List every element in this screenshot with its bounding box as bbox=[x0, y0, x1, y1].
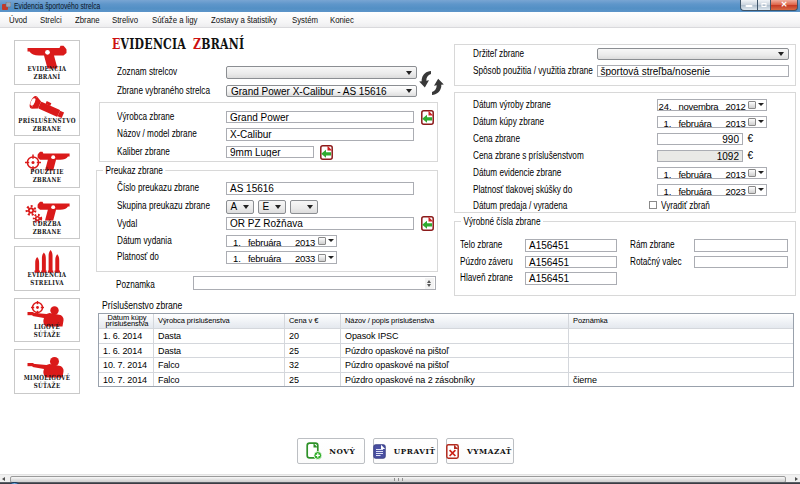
table-cell[interactable] bbox=[569, 328, 793, 342]
issuer-field[interactable]: OR PZ Rožňava bbox=[226, 217, 414, 230]
body-serial-field[interactable]: A156451 bbox=[525, 239, 617, 252]
titlebar: Evidencia športového strelca ✕ bbox=[0, 0, 800, 12]
chevron-down-icon bbox=[406, 89, 412, 93]
table-cell[interactable]: 32 bbox=[285, 357, 341, 371]
model-label: Názov / model zbrane bbox=[117, 128, 197, 140]
registered-date-picker[interactable]: 1.februára2013 bbox=[657, 167, 768, 180]
table-cell[interactable]: 1. 6. 2014 bbox=[99, 328, 154, 342]
table-cell[interactable]: Opasok IPSC bbox=[341, 328, 569, 342]
edit-document-icon bbox=[373, 444, 386, 459]
discard-checkbox[interactable] bbox=[649, 201, 657, 209]
sidebar-item-label: PRÍSLUŠENSTVOZBRANE bbox=[13, 117, 82, 133]
table-cell[interactable]: Púzdro opaskové na pištoľ bbox=[341, 357, 569, 371]
menu-sutaze-a-ligy[interactable]: Súťaže a ligy bbox=[152, 14, 197, 26]
menu-system[interactable]: Systém bbox=[292, 14, 318, 26]
bought-date-picker[interactable]: 1.februára2013 bbox=[657, 116, 768, 129]
issue-date-label: Dátum vydania bbox=[117, 235, 172, 247]
table-cell[interactable]: Falco bbox=[154, 372, 285, 386]
table-row[interactable]: 10. 7. 2014 Falco 32 Púzdro opaskové na … bbox=[99, 357, 793, 371]
frame-serial-field[interactable] bbox=[694, 239, 788, 252]
price-total-field: 1092 bbox=[657, 150, 744, 163]
column-header[interactable]: Cena v € bbox=[285, 314, 341, 328]
caliber-field[interactable]: 9mm Luger bbox=[226, 146, 314, 159]
table-cell[interactable] bbox=[569, 343, 793, 357]
license-group3-combobox[interactable] bbox=[290, 200, 318, 214]
menu-zbrane[interactable]: Zbrane bbox=[75, 14, 100, 26]
license-group1-combobox[interactable]: A bbox=[226, 200, 254, 214]
edit-button[interactable]: UPRAVIŤ bbox=[373, 438, 439, 464]
menu-uvod[interactable]: Úvod bbox=[9, 14, 27, 26]
table-cell[interactable]: čierne bbox=[569, 372, 793, 386]
weapon-combobox[interactable]: Grand Power X-Calibur - AS 15616 bbox=[226, 85, 417, 98]
sidebar-item-label: ÚDRŽBAZBRANE bbox=[13, 220, 82, 236]
close-button[interactable]: ✕ bbox=[771, 0, 798, 11]
sidebar-item-ligove-sutaze[interactable]: LIGOVÉSÚŤAŽE bbox=[14, 298, 80, 343]
restore-button[interactable] bbox=[757, 0, 771, 11]
made-date-picker[interactable]: 24.novembra2012 bbox=[657, 99, 768, 112]
table-cell[interactable]: 10. 7. 2014 bbox=[99, 357, 154, 371]
table-row[interactable]: 1. 6. 2014 Dasta 20 Opasok IPSC bbox=[99, 328, 793, 342]
sidebar-item-udrzba-zbrane[interactable]: ÚDRŽBAZBRANE bbox=[14, 195, 80, 240]
minimize-button[interactable] bbox=[740, 0, 757, 11]
license-number-field[interactable]: AS 15616 bbox=[226, 182, 414, 195]
price-field[interactable]: 990 bbox=[657, 133, 744, 146]
license-group2-combobox[interactable]: E bbox=[258, 200, 286, 214]
table-cell[interactable]: 20 bbox=[285, 328, 341, 342]
table-row[interactable]: 1. 6. 2014 Dasta 25 Púzdro opaskové na p… bbox=[99, 343, 793, 357]
table-cell[interactable]: Dasta bbox=[154, 328, 285, 342]
table-cell[interactable]: Púzdro opaskové na 2 zásobníky bbox=[341, 372, 569, 386]
issue-date-picker[interactable]: 1.februára2013 bbox=[226, 235, 337, 248]
table-cell[interactable]: Dasta bbox=[154, 343, 285, 357]
column-header[interactable]: Názov / popis príslušenstva bbox=[341, 314, 569, 328]
model-field[interactable]: X-Calibur bbox=[226, 128, 414, 141]
weapon-select-label: Zbrane vybraného strelca bbox=[117, 85, 210, 97]
sidebar-item-evidencia-streliva[interactable]: EVIDENCIASTRELIVA bbox=[14, 246, 80, 291]
lookup-icon[interactable] bbox=[421, 110, 434, 125]
refresh-icon[interactable] bbox=[419, 70, 444, 96]
note-field[interactable] bbox=[193, 276, 436, 290]
application-window: Evidencia športového strelca ✕ Úvod Stre… bbox=[0, 0, 800, 484]
column-header[interactable]: Dátum kúpy príslušenstva bbox=[99, 314, 154, 328]
lookup-icon[interactable] bbox=[421, 216, 434, 231]
sidebar-item-evidencia-zbrani[interactable]: EVIDENCIAZBRANÍ bbox=[14, 40, 80, 85]
table-cell[interactable]: Falco bbox=[154, 357, 285, 371]
table-row[interactable]: 10. 7. 2014 Falco 25 Púzdro opaskové na … bbox=[99, 372, 793, 386]
lookup-icon[interactable] bbox=[320, 145, 333, 160]
sidebar-item-pouzitie-zbrane[interactable]: POUŽITIEZBRANE bbox=[14, 143, 80, 188]
barrel-serial-field[interactable]: A156451 bbox=[525, 272, 617, 285]
table-cell[interactable]: 1. 6. 2014 bbox=[99, 343, 154, 357]
delete-document-icon bbox=[446, 444, 459, 459]
chevron-down-icon bbox=[307, 205, 313, 209]
sidebar-item-prislusenstvo-zbrane[interactable]: PRÍSLUŠENSTVOZBRANE bbox=[14, 92, 80, 137]
valid-until-picker[interactable]: 1.februára2033 bbox=[226, 251, 337, 264]
table-cell[interactable]: Púzdro opaskové na pištoľ bbox=[341, 343, 569, 357]
note-spinner[interactable] bbox=[425, 278, 434, 289]
frame-serial-label: Rám zbrane bbox=[630, 239, 675, 251]
delete-button[interactable]: VYMAZAŤ bbox=[446, 438, 514, 464]
menu-strelivo[interactable]: Strelivo bbox=[112, 14, 138, 26]
menu-koniec[interactable]: Koniec bbox=[330, 14, 354, 26]
menu-zostavy-a-statistiky[interactable]: Zostavy a štatistiky bbox=[211, 14, 277, 26]
table-cell[interactable]: 25 bbox=[285, 372, 341, 386]
table-cell[interactable]: 25 bbox=[285, 343, 341, 357]
cylinder-serial-field[interactable] bbox=[694, 256, 788, 269]
barrel-serial-label: Hlaveň zbrane bbox=[460, 272, 513, 284]
heading-text: BRANÍ bbox=[201, 36, 244, 52]
horizontal-scrollbar[interactable] bbox=[0, 474, 800, 482]
usage-field[interactable]: športová streľba/nosenie bbox=[597, 65, 789, 78]
slide-serial-field[interactable]: A156451 bbox=[525, 256, 617, 269]
new-button[interactable]: NOVÝ bbox=[297, 438, 365, 464]
sidebar-item-mimoligove-sutaze[interactable]: MIMOLIGOVÉSÚŤAŽE bbox=[14, 349, 80, 394]
table-cell[interactable] bbox=[569, 357, 793, 371]
shooters-combobox[interactable] bbox=[226, 66, 417, 79]
holder-combobox[interactable] bbox=[597, 48, 789, 61]
table-cell[interactable]: 10. 7. 2014 bbox=[99, 372, 154, 386]
column-header[interactable]: Poznámka bbox=[569, 314, 793, 328]
chevron-down-icon bbox=[275, 205, 281, 209]
column-header[interactable]: Výrobca príslušenstva bbox=[154, 314, 285, 328]
calendar-icon bbox=[748, 118, 756, 126]
pressure-test-picker[interactable]: 1.februára2023 bbox=[657, 184, 768, 197]
manufacturer-field[interactable]: Grand Power bbox=[226, 111, 414, 124]
chevron-down-icon bbox=[778, 52, 784, 56]
menu-strelci[interactable]: Strelci bbox=[40, 14, 62, 26]
